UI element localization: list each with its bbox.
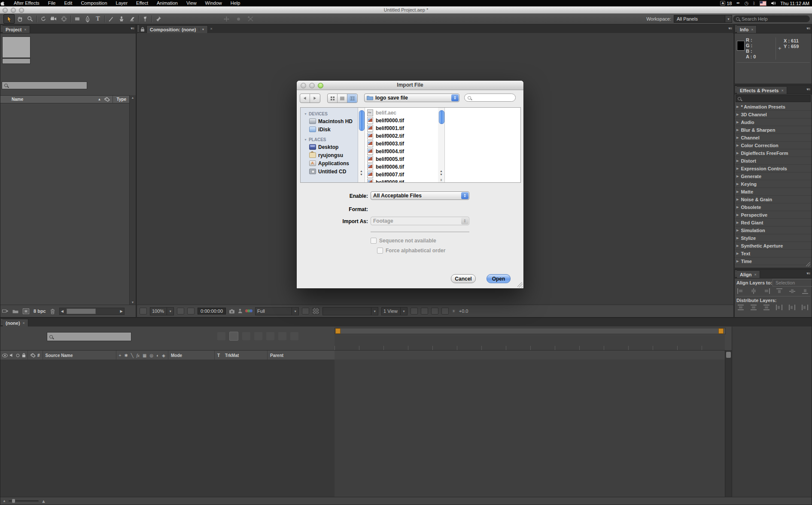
composition-mini-flowchart-icon[interactable]	[217, 332, 225, 340]
panel-grip[interactable]	[137, 26, 139, 32]
input-source-icon[interactable]: A	[720, 1, 725, 6]
eraser-tool-button[interactable]	[127, 15, 137, 23]
delete-item-trash-icon[interactable]	[50, 308, 55, 314]
close-tab-icon[interactable]: ×	[24, 27, 26, 32]
panel-grip[interactable]	[1, 319, 3, 325]
minimize-window-icon[interactable]	[11, 8, 16, 13]
effects-category-row[interactable]: ▶ Stylize	[735, 234, 812, 242]
type-tool-button[interactable]: T	[93, 15, 103, 23]
align-center-horizontal-button[interactable]	[750, 288, 757, 294]
help-search-field[interactable]: Search Help	[733, 15, 810, 23]
disclosure-triangle-icon[interactable]: ▶	[736, 144, 739, 147]
disclosure-triangle-icon[interactable]: ▶	[736, 206, 739, 209]
disclosure-triangle-icon[interactable]: ▶	[736, 128, 739, 132]
timeline-vertical-scrollbar[interactable]	[725, 350, 732, 497]
disclosure-triangle-icon[interactable]: ▶	[736, 198, 739, 201]
exposure-reset-icon[interactable]: ☀	[452, 308, 456, 314]
sidebar-place-item[interactable]: Untitled CD	[301, 167, 358, 175]
dialog-zoom-icon[interactable]	[318, 83, 323, 88]
icon-view-button[interactable]	[328, 94, 337, 103]
file-row[interactable]: belif0007.tif	[365, 171, 438, 178]
project-vertical-scrollbar[interactable]: ▲ ▼	[129, 95, 136, 305]
close-tab-icon[interactable]: ×	[210, 27, 212, 31]
file-row[interactable]: belif0006.tif	[365, 163, 438, 171]
new-composition-icon[interactable]	[23, 308, 29, 314]
menu-item[interactable]: Window	[201, 0, 226, 6]
disclosure-triangle-icon[interactable]: ▶	[736, 159, 739, 163]
effects-category-row[interactable]: ▶ Color Correction	[735, 142, 812, 149]
resolution-dropdown[interactable]: Full ▼	[255, 307, 299, 315]
panel-grip[interactable]	[735, 87, 737, 93]
distribute-left-button[interactable]	[776, 305, 783, 310]
align-bottom-button[interactable]	[802, 288, 809, 294]
disclosure-triangle-icon[interactable]: ▶	[736, 182, 739, 186]
audio-speaker-icon[interactable]	[9, 353, 14, 357]
snapshot-icon[interactable]	[229, 309, 235, 314]
scrollbar-thumb[interactable]	[359, 110, 365, 131]
rotation-tool-button[interactable]	[38, 15, 49, 23]
align-to-dropdown[interactable]: Selection	[772, 279, 812, 287]
disclosure-triangle-icon[interactable]: ▶	[736, 260, 739, 263]
panel-menu-icon[interactable]: ▾≡	[728, 26, 732, 30]
timeline-zoom-slider[interactable]	[9, 500, 39, 502]
panel-menu-icon[interactable]: ▾≡	[131, 26, 134, 30]
magnification-dropdown[interactable]: 100% ▼	[150, 307, 174, 315]
view-layout-dropdown[interactable]: 1 View ▼	[381, 307, 408, 315]
disclosure-triangle-icon[interactable]: ▶	[736, 121, 739, 124]
disclosure-triangle-icon[interactable]: ▶	[736, 175, 739, 178]
effects-category-row[interactable]: ▶ Synthetic Aperture	[735, 242, 812, 250]
live-update-icon[interactable]	[229, 332, 238, 341]
label-color-icon[interactable]	[104, 97, 110, 102]
menu-item[interactable]: View	[182, 0, 201, 6]
tab-info[interactable]: Info ×	[736, 25, 757, 33]
effects-category-row[interactable]: ▶ Matte	[735, 188, 812, 196]
sidebar-place-item[interactable]: Desktop	[301, 143, 358, 151]
new-folder-icon[interactable]	[12, 309, 18, 314]
menu-item[interactable]: Animation	[152, 0, 182, 6]
close-tab-icon[interactable]: ×	[782, 88, 784, 93]
distribute-top-button[interactable]	[737, 305, 744, 310]
camera-tool-button[interactable]	[49, 15, 59, 23]
distribute-vertical-center-button[interactable]	[750, 305, 757, 310]
effects-category-row[interactable]: ▶ 3D Channel	[735, 111, 812, 118]
tab-timeline-none[interactable]: (none) ×	[2, 319, 28, 327]
tab-effects-presets[interactable]: Effects & Presets ×	[736, 86, 787, 94]
disclosure-triangle-icon[interactable]: ▶	[736, 190, 739, 194]
lock-icon[interactable]	[140, 27, 145, 32]
time-machine-icon[interactable]: ◷	[745, 0, 749, 6]
time-ruler[interactable]	[335, 335, 725, 351]
distribute-right-button[interactable]	[802, 305, 809, 310]
transparency-grid-icon[interactable]	[312, 308, 319, 314]
scrollbar-thumb[interactable]	[67, 308, 96, 314]
effects-category-row[interactable]: ▶ Simulation	[735, 227, 812, 234]
panel-menu-icon[interactable]: ▾≡	[806, 271, 810, 275]
scroll-right-icon[interactable]: ▶	[120, 308, 123, 314]
solo-icon[interactable]	[16, 354, 20, 357]
zoom-window-icon[interactable]	[19, 8, 24, 13]
scroll-arrows-icon[interactable]: ▲▼	[358, 169, 365, 176]
effects-category-row[interactable]: ▶ Noise & Grain	[735, 196, 812, 203]
parent-column[interactable]: Parent	[267, 351, 335, 360]
menu-item[interactable]: Help	[226, 0, 245, 6]
sidebar-device-item[interactable]: Macintosh HD	[301, 117, 358, 125]
file-row[interactable]: belif.aec	[365, 109, 438, 117]
file-row[interactable]: belif0002.tif	[365, 132, 438, 140]
cancel-button[interactable]: Cancel	[451, 274, 476, 283]
scroll-arrows-icon[interactable]: ▲▼	[438, 169, 444, 176]
hand-tool-button[interactable]	[15, 15, 25, 23]
effects-category-row[interactable]: ▶ Text	[735, 250, 812, 257]
close-window-icon[interactable]	[3, 8, 8, 13]
project-search-field[interactable]	[2, 82, 87, 89]
video-eye-icon[interactable]	[2, 354, 8, 357]
sort-ascending-icon[interactable]: ▲	[97, 97, 101, 101]
panel-grip[interactable]	[735, 26, 737, 32]
exposure-value[interactable]: +0.0	[459, 308, 468, 314]
close-tab-icon[interactable]: ×	[751, 27, 753, 32]
sidebar-device-item[interactable]: iDisk	[301, 125, 358, 133]
close-tab-icon[interactable]: ×	[754, 272, 757, 277]
dialog-resize-grip-icon[interactable]	[517, 282, 523, 287]
trkmat-column[interactable]: T TrkMat	[214, 351, 267, 360]
toolbar-grip[interactable]	[0, 14, 3, 24]
tab-dropdown-icon[interactable]: ▼	[199, 28, 205, 31]
file-row[interactable]: belif0005.tif	[365, 155, 438, 163]
